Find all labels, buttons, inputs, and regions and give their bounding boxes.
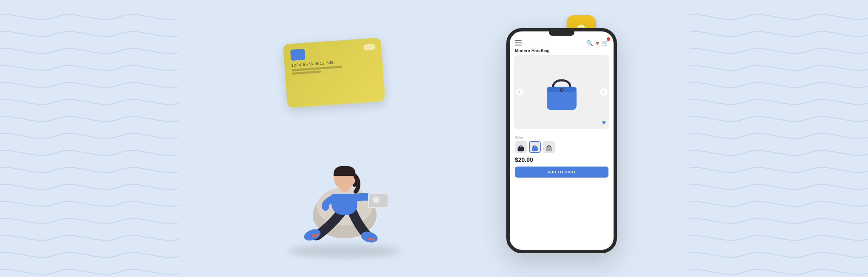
phone-header: 🔍 ♥ 🛒 — [510, 37, 614, 48]
favorite-heart-icon[interactable]: ♥ — [602, 119, 606, 127]
waves-left-decoration — [0, 0, 179, 277]
credit-card-chip — [290, 49, 306, 61]
svg-rect-18 — [518, 147, 524, 151]
cart-icon-wrapper[interactable]: 🛒 — [602, 39, 608, 47]
svg-point-10 — [373, 196, 380, 203]
product-title: Modern Handbag — [510, 48, 614, 55]
cart-icon: 🛒 — [602, 40, 608, 46]
color-section: Color — [510, 135, 614, 154]
color-swatches — [515, 141, 608, 153]
svg-point-16 — [561, 89, 562, 91]
waves-right-decoration — [689, 0, 868, 277]
svg-rect-20 — [532, 147, 538, 151]
phone-notch — [549, 31, 574, 36]
product-price: $20.00 — [510, 154, 614, 165]
person-illustration — [277, 83, 438, 253]
prev-image-button[interactable]: ‹ — [516, 88, 523, 96]
color-swatch-gray[interactable] — [543, 141, 555, 153]
search-icon[interactable]: 🔍 — [586, 40, 593, 46]
add-to-cart-button[interactable]: ADD TO CART — [515, 167, 608, 178]
background: $ 1234 5678 9012 345 — [0, 0, 868, 277]
credit-card-line-2 — [292, 71, 321, 75]
cart-badge — [607, 37, 610, 41]
phone-mockup: 🔍 ♥ 🛒 Modern Handbag ‹ — [506, 28, 617, 253]
color-swatch-black[interactable] — [515, 141, 527, 153]
heart-icon[interactable]: ♥ — [596, 40, 599, 46]
credit-card-toggle — [363, 44, 376, 51]
divider-1 — [514, 132, 609, 132]
color-label: Color — [515, 136, 608, 139]
color-swatch-blue[interactable] — [529, 141, 541, 153]
hamburger-icon[interactable] — [515, 40, 522, 45]
svg-rect-22 — [546, 147, 552, 151]
main-scene: $ 1234 5678 9012 345 — [243, 15, 625, 262]
next-image-button[interactable]: › — [600, 88, 608, 96]
phone-header-icons: 🔍 ♥ 🛒 — [586, 39, 608, 47]
product-image-area: ‹ › ♥ — [514, 55, 609, 129]
handbag-illustration — [538, 69, 585, 116]
